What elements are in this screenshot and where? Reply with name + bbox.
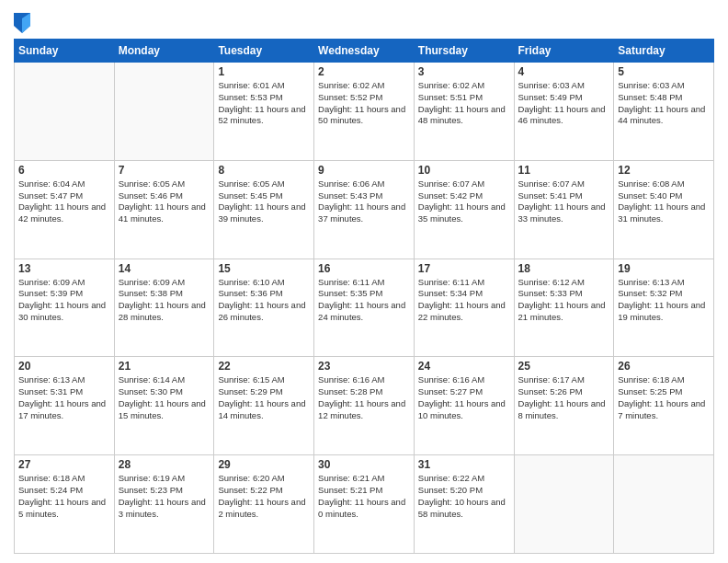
day-number: 9 — [318, 164, 410, 177]
day-number: 21 — [119, 360, 210, 373]
calendar-table: SundayMondayTuesdayWednesdayThursdayFrid… — [14, 39, 714, 554]
calendar-cell — [614, 455, 714, 554]
calendar-cell: 5Sunrise: 6:03 AMSunset: 5:48 PMDaylight… — [614, 63, 714, 161]
cell-text: Sunrise: 6:05 AMSunset: 5:45 PMDaylight:… — [218, 178, 310, 225]
col-header-saturday: Saturday — [614, 40, 714, 63]
calendar-cell: 4Sunrise: 6:03 AMSunset: 5:49 PMDaylight… — [514, 63, 614, 161]
calendar-cell: 14Sunrise: 6:09 AMSunset: 5:38 PMDayligh… — [114, 259, 214, 357]
cell-text: Sunrise: 6:11 AMSunset: 5:35 PMDaylight:… — [318, 277, 410, 324]
calendar-cell: 1Sunrise: 6:01 AMSunset: 5:53 PMDaylight… — [214, 63, 314, 161]
col-header-friday: Friday — [514, 40, 614, 63]
cell-text: Sunrise: 6:20 AMSunset: 5:22 PMDaylight:… — [218, 473, 310, 520]
cell-text: Sunrise: 6:02 AMSunset: 5:52 PMDaylight:… — [318, 80, 410, 127]
day-number: 27 — [18, 458, 110, 471]
header — [14, 9, 714, 33]
day-number: 5 — [618, 65, 710, 78]
calendar-week-2: 13Sunrise: 6:09 AMSunset: 5:39 PMDayligh… — [15, 259, 714, 357]
calendar-cell: 29Sunrise: 6:20 AMSunset: 5:22 PMDayligh… — [214, 455, 314, 554]
calendar-cell: 31Sunrise: 6:22 AMSunset: 5:20 PMDayligh… — [414, 455, 514, 554]
cell-text: Sunrise: 6:09 AMSunset: 5:38 PMDaylight:… — [119, 277, 210, 324]
cell-text: Sunrise: 6:18 AMSunset: 5:24 PMDaylight:… — [18, 473, 110, 520]
day-number: 13 — [18, 262, 110, 275]
day-number: 24 — [418, 360, 510, 373]
calendar-cell: 23Sunrise: 6:16 AMSunset: 5:28 PMDayligh… — [314, 357, 415, 455]
calendar-cell: 30Sunrise: 6:21 AMSunset: 5:21 PMDayligh… — [314, 455, 415, 554]
cell-text: Sunrise: 6:01 AMSunset: 5:53 PMDaylight:… — [218, 80, 310, 127]
calendar-week-1: 6Sunrise: 6:04 AMSunset: 5:47 PMDaylight… — [15, 160, 714, 259]
calendar-cell: 2Sunrise: 6:02 AMSunset: 5:52 PMDaylight… — [314, 63, 415, 161]
cell-text: Sunrise: 6:13 AMSunset: 5:31 PMDaylight:… — [18, 374, 110, 421]
calendar-cell: 22Sunrise: 6:15 AMSunset: 5:29 PMDayligh… — [214, 357, 314, 455]
day-number: 22 — [218, 360, 310, 373]
cell-text: Sunrise: 6:05 AMSunset: 5:46 PMDaylight:… — [119, 178, 210, 225]
cell-text: Sunrise: 6:04 AMSunset: 5:47 PMDaylight:… — [18, 178, 110, 225]
calendar-cell: 25Sunrise: 6:17 AMSunset: 5:26 PMDayligh… — [514, 357, 614, 455]
day-number: 12 — [618, 164, 710, 177]
page: SundayMondayTuesdayWednesdayThursdayFrid… — [0, 0, 728, 563]
col-header-sunday: Sunday — [15, 40, 115, 63]
calendar-cell: 10Sunrise: 6:07 AMSunset: 5:42 PMDayligh… — [414, 160, 514, 259]
calendar-cell: 27Sunrise: 6:18 AMSunset: 5:24 PMDayligh… — [15, 455, 115, 554]
day-number: 4 — [518, 65, 610, 78]
day-number: 15 — [218, 262, 310, 275]
calendar-cell: 15Sunrise: 6:10 AMSunset: 5:36 PMDayligh… — [214, 259, 314, 357]
col-header-tuesday: Tuesday — [214, 40, 314, 63]
cell-text: Sunrise: 6:21 AMSunset: 5:21 PMDaylight:… — [318, 473, 410, 520]
cell-text: Sunrise: 6:08 AMSunset: 5:40 PMDaylight:… — [618, 178, 710, 225]
calendar-cell: 20Sunrise: 6:13 AMSunset: 5:31 PMDayligh… — [15, 357, 115, 455]
cell-text: Sunrise: 6:03 AMSunset: 5:49 PMDaylight:… — [518, 80, 610, 127]
calendar-cell: 7Sunrise: 6:05 AMSunset: 5:46 PMDaylight… — [114, 160, 214, 259]
cell-text: Sunrise: 6:02 AMSunset: 5:51 PMDaylight:… — [418, 80, 510, 127]
cell-text: Sunrise: 6:11 AMSunset: 5:34 PMDaylight:… — [418, 277, 510, 324]
day-number: 18 — [518, 262, 610, 275]
calendar-cell: 21Sunrise: 6:14 AMSunset: 5:30 PMDayligh… — [114, 357, 214, 455]
day-number: 11 — [518, 164, 610, 177]
calendar-cell: 28Sunrise: 6:19 AMSunset: 5:23 PMDayligh… — [114, 455, 214, 554]
day-number: 14 — [119, 262, 210, 275]
day-number: 26 — [618, 360, 710, 373]
calendar-cell: 8Sunrise: 6:05 AMSunset: 5:45 PMDaylight… — [214, 160, 314, 259]
calendar-cell: 26Sunrise: 6:18 AMSunset: 5:25 PMDayligh… — [614, 357, 714, 455]
calendar-header-row: SundayMondayTuesdayWednesdayThursdayFrid… — [15, 40, 714, 63]
col-header-thursday: Thursday — [414, 40, 514, 63]
calendar-week-3: 20Sunrise: 6:13 AMSunset: 5:31 PMDayligh… — [15, 357, 714, 455]
logo-icon — [14, 13, 30, 33]
cell-text: Sunrise: 6:15 AMSunset: 5:29 PMDaylight:… — [218, 374, 310, 421]
cell-text: Sunrise: 6:19 AMSunset: 5:23 PMDaylight:… — [119, 473, 210, 520]
calendar-cell — [114, 63, 214, 161]
cell-text: Sunrise: 6:09 AMSunset: 5:39 PMDaylight:… — [18, 277, 110, 324]
calendar-cell: 3Sunrise: 6:02 AMSunset: 5:51 PMDaylight… — [414, 63, 514, 161]
day-number: 8 — [218, 164, 310, 177]
calendar-cell: 17Sunrise: 6:11 AMSunset: 5:34 PMDayligh… — [414, 259, 514, 357]
day-number: 29 — [218, 458, 310, 471]
calendar-cell: 11Sunrise: 6:07 AMSunset: 5:41 PMDayligh… — [514, 160, 614, 259]
cell-text: Sunrise: 6:16 AMSunset: 5:28 PMDaylight:… — [318, 374, 410, 421]
calendar-cell: 19Sunrise: 6:13 AMSunset: 5:32 PMDayligh… — [614, 259, 714, 357]
cell-text: Sunrise: 6:06 AMSunset: 5:43 PMDaylight:… — [318, 178, 410, 225]
calendar-week-4: 27Sunrise: 6:18 AMSunset: 5:24 PMDayligh… — [15, 455, 714, 554]
day-number: 19 — [618, 262, 710, 275]
cell-text: Sunrise: 6:10 AMSunset: 5:36 PMDaylight:… — [218, 277, 310, 324]
day-number: 28 — [119, 458, 210, 471]
calendar-cell — [15, 63, 115, 161]
day-number: 23 — [318, 360, 410, 373]
col-header-wednesday: Wednesday — [314, 40, 415, 63]
cell-text: Sunrise: 6:12 AMSunset: 5:33 PMDaylight:… — [518, 277, 610, 324]
col-header-monday: Monday — [114, 40, 214, 63]
cell-text: Sunrise: 6:07 AMSunset: 5:41 PMDaylight:… — [518, 178, 610, 225]
cell-text: Sunrise: 6:13 AMSunset: 5:32 PMDaylight:… — [618, 277, 710, 324]
calendar-week-0: 1Sunrise: 6:01 AMSunset: 5:53 PMDaylight… — [15, 63, 714, 161]
calendar-cell: 18Sunrise: 6:12 AMSunset: 5:33 PMDayligh… — [514, 259, 614, 357]
day-number: 2 — [318, 65, 410, 78]
day-number: 10 — [418, 164, 510, 177]
cell-text: Sunrise: 6:16 AMSunset: 5:27 PMDaylight:… — [418, 374, 510, 421]
cell-text: Sunrise: 6:14 AMSunset: 5:30 PMDaylight:… — [119, 374, 210, 421]
calendar-cell: 24Sunrise: 6:16 AMSunset: 5:27 PMDayligh… — [414, 357, 514, 455]
calendar-cell — [514, 455, 614, 554]
calendar-cell: 13Sunrise: 6:09 AMSunset: 5:39 PMDayligh… — [15, 259, 115, 357]
cell-text: Sunrise: 6:18 AMSunset: 5:25 PMDaylight:… — [618, 374, 710, 421]
calendar-cell: 9Sunrise: 6:06 AMSunset: 5:43 PMDaylight… — [314, 160, 415, 259]
day-number: 17 — [418, 262, 510, 275]
cell-text: Sunrise: 6:07 AMSunset: 5:42 PMDaylight:… — [418, 178, 510, 225]
cell-text: Sunrise: 6:03 AMSunset: 5:48 PMDaylight:… — [618, 80, 710, 127]
